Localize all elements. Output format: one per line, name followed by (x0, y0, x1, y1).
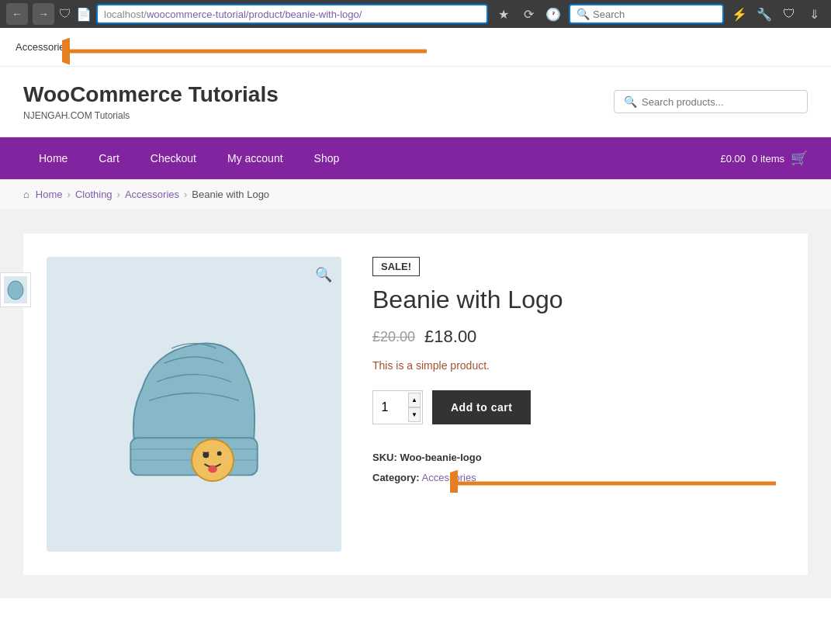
svg-point-10 (208, 466, 217, 473)
browser-search-input[interactable] (593, 9, 716, 20)
quantity-wrapper: 1 ▲ ▼ (372, 390, 423, 424)
nav-my-account[interactable]: My account (212, 140, 299, 177)
header-search-input[interactable] (642, 96, 798, 108)
site-title: WooCommerce Tutorials (23, 82, 279, 107)
price-sale: £18.00 (424, 327, 476, 347)
product-beanie-image (109, 307, 279, 501)
shopping-cart-icon: 🛒 (791, 150, 808, 167)
price-original: £20.00 (372, 329, 415, 345)
breadcrumb-sep-2: › (117, 189, 120, 200)
browser-chrome: ← → 🛡 📄 localhost/woocommerce-tutorial/p… (0, 0, 831, 28)
nav-home[interactable]: Home (23, 140, 83, 177)
arrow-annotation-top (62, 36, 435, 67)
url-protocol: localhost/ (104, 9, 147, 20)
add-to-cart-button[interactable]: Add to cart (432, 390, 531, 424)
download-icon[interactable]: ⇓ (803, 3, 825, 25)
breadcrumb-bar: ⌂ Home › Clothing › Accessories › Beanie… (0, 179, 831, 210)
main-content: 🔍 (0, 210, 831, 598)
sku-label: SKU: (372, 452, 397, 463)
accessories-bar: Accessories (0, 28, 831, 67)
shield-icon: 🛡 (59, 7, 71, 21)
product-container: 🔍 (23, 234, 808, 575)
url-path: woocommerce-tutorial/product/beanie-with… (147, 9, 362, 20)
page-wrapper: Accessories WooCommerce Tutorials NJENGA… (0, 28, 831, 644)
nav-checkout[interactable]: Checkout (135, 140, 212, 177)
browser-search-bar[interactable]: 🔍 (569, 4, 724, 24)
browser-search-icon: 🔍 (577, 8, 590, 20)
site-subtitle: NJENGAH.COM Tutorials (23, 110, 279, 121)
breadcrumb-sep-3: › (184, 189, 187, 200)
add-to-cart-section: 1 ▲ ▼ Add to cart (372, 390, 784, 424)
main-navigation: Home Cart Checkout My account Shop £0.00… (0, 137, 831, 179)
security-icon[interactable]: 🛡 (778, 3, 800, 25)
bookmark-icon[interactable]: ★ (493, 3, 514, 25)
nav-cart-summary[interactable]: £0.00 0 items 🛒 (721, 137, 808, 179)
nav-shop[interactable]: Shop (299, 140, 355, 177)
nav-links: Home Cart Checkout My account Shop (23, 140, 355, 177)
tools-icon[interactable]: 🔧 (753, 3, 775, 25)
home-icon: ⌂ (23, 189, 29, 200)
category-label: Category: (372, 472, 420, 483)
site-branding: WooCommerce Tutorials NJENGAH.COM Tutori… (23, 82, 279, 121)
breadcrumb: ⌂ Home › Clothing › Accessories › Beanie… (23, 189, 808, 200)
product-title: Beanie with Logo (372, 286, 784, 314)
breadcrumb-clothing[interactable]: Clothing (75, 189, 113, 200)
breadcrumb-current: Beanie with Logo (192, 189, 269, 200)
cart-item-count: 0 items (752, 153, 784, 164)
quantity-up[interactable]: ▲ (408, 393, 421, 407)
browser-icons: ★ ⟳ 🕐 (493, 3, 564, 25)
address-bar[interactable]: localhost/woocommerce-tutorial/product/b… (96, 4, 488, 24)
product-description: This is a simple product. (372, 359, 784, 372)
sale-badge: SALE! (372, 257, 420, 276)
quantity-down[interactable]: ▼ (408, 407, 421, 422)
arrow-annotation-bottom (450, 462, 784, 493)
header-search-icon: 🔍 (624, 95, 637, 108)
svg-point-7 (192, 439, 234, 481)
product-price: £20.00 £18.00 (372, 327, 784, 347)
history-icon[interactable]: 🕐 (542, 3, 564, 25)
browser-action-icons: ⚡ 🔧 🛡 ⇓ (729, 3, 825, 25)
breadcrumb-home[interactable]: Home (36, 189, 63, 200)
header-search-form[interactable]: 🔍 (614, 90, 808, 113)
product-image-section: 🔍 (47, 257, 341, 552)
extensions-icon[interactable]: ⚡ (729, 3, 750, 25)
breadcrumb-accessories[interactable]: Accessories (125, 189, 179, 200)
cart-amount: £0.00 (721, 153, 746, 164)
back-button[interactable]: ← (6, 3, 28, 25)
forward-button[interactable]: → (33, 3, 54, 25)
svg-point-3 (8, 281, 23, 299)
zoom-icon[interactable]: 🔍 (315, 266, 332, 283)
site-header: WooCommerce Tutorials NJENGAH.COM Tutori… (0, 67, 831, 137)
product-details: SALE! Beanie with Logo £20.00 £18.00 Thi… (372, 257, 784, 552)
page-icon: 📄 (76, 7, 92, 22)
quantity-arrows: ▲ ▼ (408, 393, 421, 422)
nav-cart[interactable]: Cart (83, 140, 134, 177)
category-row: Category: Accessories (372, 468, 784, 488)
product-meta: SKU: Woo-beanie-logo Category: Accessori… (372, 448, 784, 488)
svg-point-9 (217, 452, 222, 456)
product-thumbnail-sidebar (0, 272, 31, 307)
refresh-icon[interactable]: ⟳ (518, 3, 539, 25)
breadcrumb-sep-1: › (68, 189, 71, 200)
product-image-wrapper: 🔍 (47, 257, 341, 552)
